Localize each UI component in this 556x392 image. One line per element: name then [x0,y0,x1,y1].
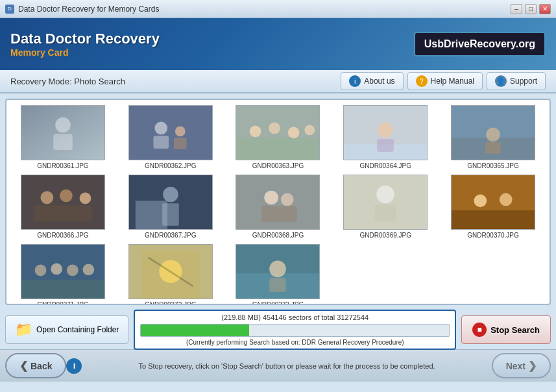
svg-point-37 [376,185,394,203]
photo-item[interactable]: GNDR00371.JPG [12,244,114,304]
svg-rect-38 [375,204,396,221]
svg-rect-44 [21,280,104,299]
photo-item[interactable]: GNDR00368.JPG [227,175,330,239]
next-label: Next [506,361,526,371]
help-manual-label: Help Manual [431,77,474,86]
progress-status: (Currently performing Search based on: D… [140,339,450,346]
progress-bar-container [140,324,450,337]
support-icon: 👤 [495,75,507,87]
svg-point-48 [82,263,94,275]
svg-point-46 [51,263,62,275]
photo-thumbnail [343,105,428,160]
svg-point-26 [79,192,91,204]
back-arrow-icon: ❮ [19,360,28,372]
recovery-mode: Recovery Mode: Photo Search [10,77,125,86]
support-button[interactable]: 👤 Support [487,72,546,90]
svg-rect-35 [262,206,297,222]
svg-point-30 [163,186,178,202]
recovery-mode-label: Recovery Mode: [10,77,72,86]
maximize-button[interactable]: □ [525,4,537,14]
support-label: Support [510,77,537,86]
svg-point-14 [305,125,315,135]
photo-thumbnail [128,175,213,230]
svg-point-41 [474,194,487,207]
photo-thumbnail [451,105,535,160]
app-icon: D [5,5,14,14]
svg-rect-23 [21,175,104,230]
photo-filename: GNDR00372.JPG [145,301,196,304]
back-button[interactable]: ❮ Back [5,353,66,378]
photo-filename: GNDR00362.JPG [145,162,196,169]
photo-grid-container: GNDR00361.JPGGNDR00362.JPGGNDR00363.JPGG… [5,99,551,305]
svg-point-42 [500,193,513,206]
footer-message: To Stop recovery, click on 'Stop Search'… [82,362,491,370]
svg-rect-31 [162,203,179,225]
photo-item[interactable]: GNDR00373.JPG [227,244,330,304]
info-icon: i [349,75,361,87]
brand-badge: UsbDriveRecovery.org [414,32,546,56]
help-icon: ? [416,75,428,87]
svg-point-7 [175,126,186,136]
svg-point-33 [265,190,279,204]
photo-item[interactable]: GNDR00363.JPG [227,105,330,169]
svg-rect-10 [236,138,319,160]
title-bar-controls[interactable]: – □ ✕ [511,4,551,14]
photo-filename: GNDR00366.JPG [37,232,88,239]
svg-point-21 [486,127,500,141]
next-arrow-icon: ❯ [528,360,537,372]
footer-info-icon: i [66,358,82,374]
title-bar: D Data Doctor Recovery for Memory Cards … [0,0,556,18]
photo-grid[interactable]: GNDR00361.JPGGNDR00362.JPGGNDR00363.JPGG… [6,100,550,304]
svg-point-45 [35,264,47,276]
photo-thumbnail [236,244,320,299]
photo-filename: GNDR00373.JPG [252,301,304,304]
next-button[interactable]: Next ❯ [492,353,551,378]
photo-thumbnail [236,105,320,160]
stop-search-label: Stop Search [490,325,540,335]
footer: ❮ Back i To Stop recovery, click on 'Sto… [0,349,556,382]
photo-filename: GNDR00363.JPG [252,162,304,169]
nav-buttons: i About us ? Help Manual 👤 Support [341,72,546,90]
window-title: Data Doctor Recovery for Memory Cards [18,5,159,14]
close-button[interactable]: ✕ [539,4,551,14]
photo-item[interactable]: GNDR00365.JPG [442,105,544,169]
photo-filename: GNDR00367.JPG [145,232,196,239]
photo-filename: GNDR00361.JPG [37,162,88,169]
photo-item[interactable]: GNDR00372.JPG [119,244,222,304]
stop-search-button[interactable]: ■ Stop Search [461,315,551,344]
photo-thumbnail [343,175,428,230]
photo-item[interactable]: GNDR00366.JPG [12,175,114,239]
photo-thumbnail [21,105,105,160]
open-folder-button[interactable]: 📁 Open Containing Folder [5,315,128,344]
progress-bar [141,325,248,336]
photo-filename: GNDR00365.JPG [467,162,518,169]
minimize-button[interactable]: – [511,4,522,14]
help-manual-button[interactable]: ? Help Manual [407,72,483,90]
svg-point-12 [269,122,281,134]
photo-filename: GNDR00370.JPG [467,232,518,239]
photo-item[interactable]: GNDR00369.JPG [334,175,437,239]
recovery-mode-value: Photo Search [74,77,125,86]
logo-subtitle: Memory Card [10,47,160,58]
svg-point-5 [154,121,167,134]
progress-area: (219.88 MB) 454146 sectors of total 3127… [134,310,456,350]
app-header: Data Doctor Recovery Memory Card UsbDriv… [0,18,556,70]
svg-point-11 [250,125,261,137]
photo-item[interactable]: GNDR00367.JPG [119,175,222,239]
svg-rect-4 [129,106,212,160]
svg-rect-3 [53,134,73,150]
photo-item[interactable]: GNDR00370.JPG [442,175,544,239]
photo-filename: GNDR00371.JPG [37,301,88,304]
svg-rect-6 [153,136,169,149]
folder-icon: 📁 [15,321,32,338]
photo-filename: GNDR00369.JPG [360,232,411,239]
photo-item[interactable]: GNDR00364.JPG [334,105,437,169]
photo-item[interactable]: GNDR00362.JPG [119,105,222,169]
about-us-button[interactable]: i About us [341,72,403,90]
brand-text: UsbDriveRecovery.org [424,38,535,49]
photo-thumbnail [128,244,213,299]
photo-thumbnail [128,105,213,160]
photo-item[interactable]: GNDR00361.JPG [12,105,114,169]
svg-rect-8 [174,138,187,149]
svg-rect-1 [21,106,104,160]
